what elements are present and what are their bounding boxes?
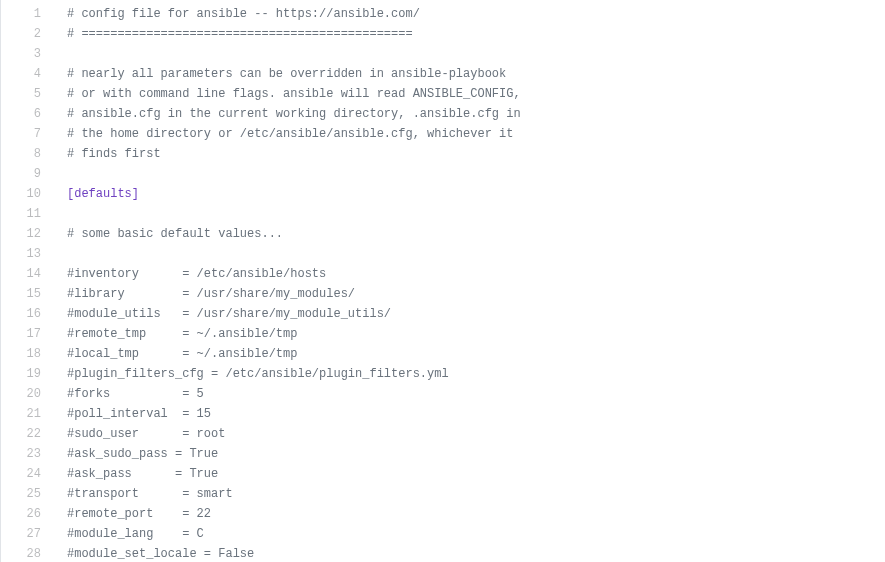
ini-comment: #inventory = /etc/ansible/hosts [67, 267, 326, 281]
code-line[interactable] [67, 44, 885, 64]
code-line[interactable]: # nearly all parameters can be overridde… [67, 64, 885, 84]
code-line[interactable]: #remote_port = 22 [67, 504, 885, 524]
code-line[interactable]: # or with command line flags. ansible wi… [67, 84, 885, 104]
line-number: 21 [1, 404, 41, 424]
ini-comment: #plugin_filters_cfg = /etc/ansible/plugi… [67, 367, 449, 381]
line-number: 2 [1, 24, 41, 44]
line-number: 20 [1, 384, 41, 404]
code-content[interactable]: # config file for ansible -- https://ans… [51, 0, 885, 562]
line-number: 24 [1, 464, 41, 484]
line-number: 27 [1, 524, 41, 544]
ini-comment: # some basic default values... [67, 227, 283, 241]
line-number: 5 [1, 84, 41, 104]
line-number: 25 [1, 484, 41, 504]
code-line[interactable]: #inventory = /etc/ansible/hosts [67, 264, 885, 284]
code-line[interactable]: # ansible.cfg in the current working dir… [67, 104, 885, 124]
line-number: 7 [1, 124, 41, 144]
ini-comment: #forks = 5 [67, 387, 204, 401]
code-line[interactable]: #ask_sudo_pass = True [67, 444, 885, 464]
code-line[interactable] [67, 164, 885, 184]
code-line[interactable]: [defaults] [67, 184, 885, 204]
ini-comment: #ask_pass = True [67, 467, 218, 481]
code-line[interactable]: #module_set_locale = False [67, 544, 885, 562]
ini-comment: #library = /usr/share/my_modules/ [67, 287, 355, 301]
line-number: 8 [1, 144, 41, 164]
code-line[interactable]: #library = /usr/share/my_modules/ [67, 284, 885, 304]
code-line[interactable]: #ask_pass = True [67, 464, 885, 484]
ini-comment: #remote_port = 22 [67, 507, 211, 521]
code-line[interactable]: #poll_interval = 15 [67, 404, 885, 424]
ini-comment: #sudo_user = root [67, 427, 225, 441]
ini-section: [defaults] [67, 187, 139, 201]
code-line[interactable]: # some basic default values... [67, 224, 885, 244]
line-number: 9 [1, 164, 41, 184]
code-line[interactable]: #remote_tmp = ~/.ansible/tmp [67, 324, 885, 344]
line-number: 23 [1, 444, 41, 464]
line-number-gutter: 1234567891011121314151617181920212223242… [1, 0, 51, 562]
line-number: 19 [1, 364, 41, 384]
ini-comment: #poll_interval = 15 [67, 407, 211, 421]
line-number: 4 [1, 64, 41, 84]
code-line[interactable]: #local_tmp = ~/.ansible/tmp [67, 344, 885, 364]
ini-comment: #local_tmp = ~/.ansible/tmp [67, 347, 297, 361]
code-line[interactable]: # ======================================… [67, 24, 885, 44]
line-number: 22 [1, 424, 41, 444]
ini-comment: #module_lang = C [67, 527, 204, 541]
line-number: 12 [1, 224, 41, 244]
ini-comment: # ansible.cfg in the current working dir… [67, 107, 521, 121]
ini-comment: # the home directory or /etc/ansible/ans… [67, 127, 513, 141]
code-line[interactable]: #module_utils = /usr/share/my_module_uti… [67, 304, 885, 324]
code-line[interactable] [67, 204, 885, 224]
code-line[interactable]: #plugin_filters_cfg = /etc/ansible/plugi… [67, 364, 885, 384]
line-number: 11 [1, 204, 41, 224]
ini-comment: # config file for ansible -- https://ans… [67, 7, 420, 21]
code-line[interactable]: # config file for ansible -- https://ans… [67, 4, 885, 24]
ini-comment: #module_set_locale = False [67, 547, 254, 561]
ini-comment: #module_utils = /usr/share/my_module_uti… [67, 307, 391, 321]
line-number: 15 [1, 284, 41, 304]
ini-comment: # ======================================… [67, 27, 413, 41]
line-number: 14 [1, 264, 41, 284]
code-line[interactable] [67, 244, 885, 264]
code-viewer: 1234567891011121314151617181920212223242… [0, 0, 885, 562]
line-number: 18 [1, 344, 41, 364]
ini-comment: # or with command line flags. ansible wi… [67, 87, 521, 101]
ini-comment: #ask_sudo_pass = True [67, 447, 218, 461]
ini-comment: # finds first [67, 147, 161, 161]
line-number: 13 [1, 244, 41, 264]
code-line[interactable]: # the home directory or /etc/ansible/ans… [67, 124, 885, 144]
code-line[interactable]: # finds first [67, 144, 885, 164]
line-number: 3 [1, 44, 41, 64]
line-number: 28 [1, 544, 41, 562]
line-number: 26 [1, 504, 41, 524]
ini-comment: #transport = smart [67, 487, 233, 501]
code-line[interactable]: #forks = 5 [67, 384, 885, 404]
ini-comment: #remote_tmp = ~/.ansible/tmp [67, 327, 297, 341]
code-line[interactable]: #module_lang = C [67, 524, 885, 544]
line-number: 1 [1, 4, 41, 24]
line-number: 10 [1, 184, 41, 204]
code-line[interactable]: #sudo_user = root [67, 424, 885, 444]
line-number: 16 [1, 304, 41, 324]
code-line[interactable]: #transport = smart [67, 484, 885, 504]
line-number: 6 [1, 104, 41, 124]
ini-comment: # nearly all parameters can be overridde… [67, 67, 506, 81]
line-number: 17 [1, 324, 41, 344]
